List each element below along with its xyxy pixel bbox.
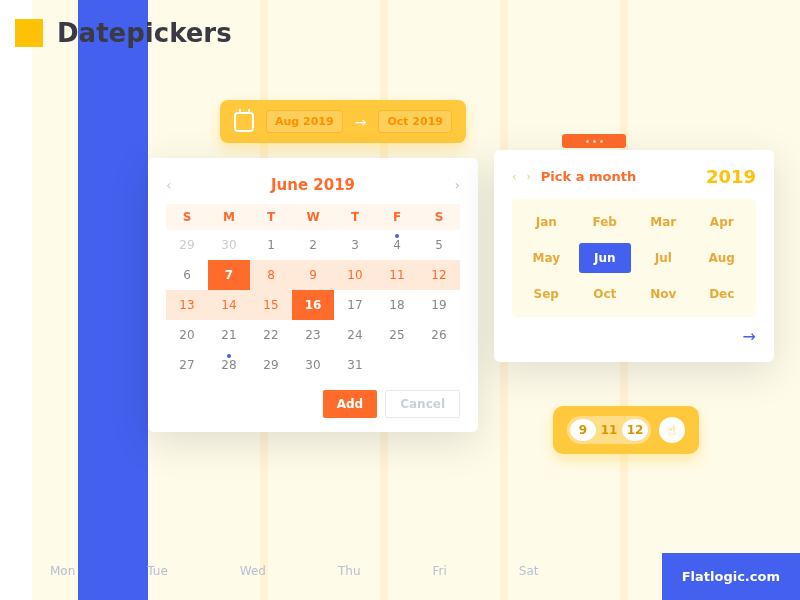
slider-value[interactable]: 9 [570, 419, 596, 441]
calendar-day[interactable]: 5 [418, 230, 460, 260]
weekday-header: M [208, 204, 250, 230]
calendar-icon [234, 112, 254, 132]
prev-month-button[interactable]: ‹ [166, 177, 172, 193]
calendar-day[interactable]: 22 [250, 320, 292, 350]
month-cell[interactable]: Oct [579, 279, 632, 309]
calendar-day[interactable]: 19 [418, 290, 460, 320]
calendar-day[interactable]: 18 [376, 290, 418, 320]
month-cell[interactable]: Dec [696, 279, 749, 309]
next-month-button[interactable]: › [454, 177, 460, 193]
value-slider[interactable]: 91112 ☝ [553, 406, 699, 454]
slider-track: 91112 [567, 416, 651, 444]
footer-day-label: Wed [240, 564, 266, 578]
month-cell[interactable]: Apr [696, 207, 749, 237]
calendar-day[interactable]: 12 [418, 260, 460, 290]
calendar-day[interactable]: 29 [250, 350, 292, 380]
range-from[interactable]: Aug 2019 [266, 110, 343, 133]
calendar-day[interactable]: 26 [418, 320, 460, 350]
calendar-day[interactable]: 17 [334, 290, 376, 320]
calendar-day[interactable]: 31 [334, 350, 376, 380]
month-cell[interactable]: Sep [520, 279, 573, 309]
month-cell[interactable]: Jun [579, 243, 632, 273]
confirm-arrow-button[interactable]: → [743, 327, 756, 346]
month-grid: JanFebMarAprMayJunJulAugSepOctNovDec [512, 199, 756, 317]
calendar-day[interactable]: 4 [376, 230, 418, 260]
weekday-header: T [250, 204, 292, 230]
calendar-day[interactable]: 1 [250, 230, 292, 260]
bg-stripe-blue [78, 0, 148, 600]
calendar-day[interactable]: 24 [334, 320, 376, 350]
slider-value[interactable]: 11 [596, 419, 622, 441]
month-cell[interactable]: Nov [637, 279, 690, 309]
weekday-header: S [418, 204, 460, 230]
page-header: Datepickers [15, 18, 232, 48]
range-to[interactable]: Oct 2019 [378, 110, 452, 133]
footer-day-label: Thu [338, 564, 361, 578]
month-picker-year: 2019 [706, 166, 756, 187]
calendar-day[interactable]: 21 [208, 320, 250, 350]
calendar-day[interactable]: 9 [292, 260, 334, 290]
calendar-title: June 2019 [271, 176, 355, 194]
calendar-day[interactable]: 29 [166, 230, 208, 260]
footer-days: MonTueWedThuFriSat [50, 564, 539, 578]
weekday-header: W [292, 204, 334, 230]
title-square-icon [15, 19, 43, 47]
month-picker-label: Pick a month [541, 169, 636, 184]
calendar-day[interactable]: 27 [166, 350, 208, 380]
calendar-day[interactable]: 13 [166, 290, 208, 320]
calendar-day[interactable]: 7 [208, 260, 250, 290]
calendar-day[interactable]: 6 [166, 260, 208, 290]
arrow-right-icon: → [355, 114, 367, 130]
month-cell[interactable]: Mar [637, 207, 690, 237]
calendar-day[interactable]: 30 [292, 350, 334, 380]
calendar-day[interactable]: 3 [334, 230, 376, 260]
page-title: Datepickers [57, 18, 232, 48]
weekday-header: S [166, 204, 208, 230]
calendar-day[interactable]: 10 [334, 260, 376, 290]
month-cell[interactable]: Jul [637, 243, 690, 273]
calendar-day[interactable]: 14 [208, 290, 250, 320]
calendar-day[interactable]: 15 [250, 290, 292, 320]
calendar-day[interactable]: 30 [208, 230, 250, 260]
prev-year-button[interactable]: ‹ [512, 170, 516, 183]
calendar-day[interactable]: 2 [292, 230, 334, 260]
date-range-picker[interactable]: Aug 2019 → Oct 2019 [220, 100, 466, 143]
calendar-day[interactable]: 16 [292, 290, 334, 320]
calendar-day [418, 350, 460, 380]
weekday-header: F [376, 204, 418, 230]
weekday-header: T [334, 204, 376, 230]
calendar-day[interactable]: 25 [376, 320, 418, 350]
drag-handle[interactable] [562, 134, 626, 148]
calendar-day [376, 350, 418, 380]
add-button[interactable]: Add [323, 390, 377, 418]
month-cell[interactable]: May [520, 243, 573, 273]
calendar-grid: SMTWTFS293012345678910111213141516171819… [166, 204, 460, 380]
month-picker-panel: ‹ › Pick a month 2019 JanFebMarAprMayJun… [494, 150, 774, 362]
month-cell[interactable]: Feb [579, 207, 632, 237]
calendar-panel: ‹ June 2019 › SMTWTFS2930123456789101112… [148, 158, 478, 432]
pointer-icon: ☝ [659, 417, 685, 443]
month-cell[interactable]: Jan [520, 207, 573, 237]
calendar-day[interactable]: 8 [250, 260, 292, 290]
calendar-day[interactable]: 11 [376, 260, 418, 290]
footer-day-label: Sat [519, 564, 539, 578]
month-cell[interactable]: Aug [696, 243, 749, 273]
calendar-day[interactable]: 23 [292, 320, 334, 350]
footer-day-label: Mon [50, 564, 75, 578]
footer-day-label: Tue [147, 564, 168, 578]
next-year-button[interactable]: › [526, 170, 530, 183]
brand-badge[interactable]: Flatlogic.com [662, 553, 800, 600]
slider-value[interactable]: 12 [622, 419, 648, 441]
footer-day-label: Fri [433, 564, 447, 578]
calendar-day[interactable]: 28 [208, 350, 250, 380]
cancel-button[interactable]: Cancel [385, 390, 460, 418]
calendar-day[interactable]: 20 [166, 320, 208, 350]
